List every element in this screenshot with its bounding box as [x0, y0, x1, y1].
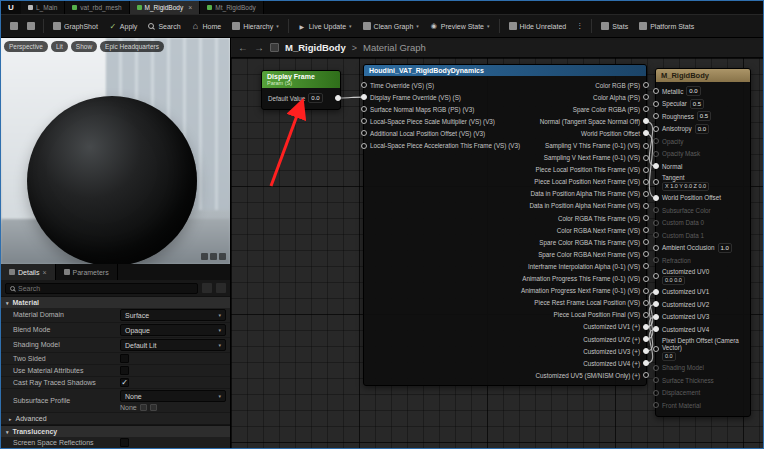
output-pin[interactable]: [643, 239, 649, 245]
value-sub-chip[interactable]: 0.0: [662, 352, 676, 361]
output-pin[interactable]: [643, 143, 649, 149]
browse-to-asset-button[interactable]: [23, 19, 39, 33]
input-pin[interactable]: [361, 94, 367, 100]
output-pin[interactable]: [643, 276, 649, 282]
advanced-expander[interactable]: ▸ Advanced: [1, 413, 230, 425]
output-pin[interactable]: [643, 106, 649, 112]
save-button[interactable]: [6, 19, 22, 33]
input-pin[interactable]: [653, 346, 659, 352]
input-pin[interactable]: [653, 113, 659, 119]
tab-details[interactable]: Details ×: [1, 264, 56, 280]
input-pin[interactable]: [653, 195, 659, 201]
input-pin[interactable]: [653, 326, 659, 332]
settings-gear-icon[interactable]: [216, 283, 226, 293]
property-dropdown[interactable]: Default Lit ▾: [120, 339, 226, 351]
input-pin[interactable]: [361, 106, 367, 112]
toolbar-button[interactable]: Preview State ▾: [425, 19, 495, 33]
value-chip[interactable]: 0.0: [686, 86, 700, 96]
close-icon[interactable]: ×: [42, 269, 46, 276]
property-checkbox[interactable]: [120, 438, 129, 447]
asset-tab[interactable]: vat_rbd_mesh ×: [65, 1, 129, 14]
output-pin[interactable]: [643, 348, 649, 354]
toolbar-button[interactable]: Home ▾: [187, 19, 227, 33]
asset-tab[interactable]: Mt_RigidBody ×: [200, 1, 263, 14]
input-pin[interactable]: [653, 314, 659, 320]
toolbar-button[interactable]: Hierarchy ▾: [227, 19, 283, 33]
output-pin[interactable]: [643, 118, 649, 124]
output-pin[interactable]: [335, 95, 341, 101]
output-pin[interactable]: [643, 179, 649, 185]
unreal-logo-icon[interactable]: U: [4, 1, 18, 14]
hide-unrelated-button[interactable]: Hide Unrelated ▾: [504, 19, 572, 33]
input-pin[interactable]: [653, 126, 659, 132]
hide-unrelated-options-button[interactable]: ⋮: [572, 19, 587, 33]
output-pin[interactable]: [643, 288, 649, 294]
input-pin[interactable]: [361, 82, 367, 88]
value-chip[interactable]: 0.0: [695, 124, 709, 134]
output-pin[interactable]: [643, 191, 649, 197]
breadcrumb-root[interactable]: M_RigidBody: [285, 42, 346, 53]
input-pin[interactable]: [361, 130, 367, 136]
value-sub-chip[interactable]: X 1.0 Y 0.0 Z 0.0: [662, 182, 709, 191]
value-sub-chip[interactable]: 0.0 0.0: [662, 276, 685, 285]
node-header[interactable]: Houdini_VAT_RigidBodyDynamics: [364, 65, 646, 76]
input-pin[interactable]: [653, 257, 659, 263]
input-pin[interactable]: [653, 88, 659, 94]
toolbar-button[interactable]: Clean Graph ▾: [358, 19, 424, 33]
input-pin[interactable]: [653, 232, 659, 238]
search-input[interactable]: Search: [5, 283, 198, 294]
toolbar-button[interactable]: Search ▾: [143, 20, 185, 33]
section-material[interactable]: ▾ Material: [1, 296, 230, 308]
material-graph-canvas[interactable]: Display Frame Param (S) Default Value 0.…: [231, 58, 763, 448]
param-value-chip[interactable]: 0.0: [308, 93, 322, 103]
input-pin[interactable]: [653, 402, 659, 408]
output-pin[interactable]: [643, 251, 649, 257]
output-pin[interactable]: [643, 82, 649, 88]
output-pin[interactable]: [643, 227, 649, 233]
viewport-icon[interactable]: [201, 253, 208, 260]
input-pin[interactable]: [653, 390, 659, 396]
close-icon[interactable]: ×: [188, 4, 192, 11]
value-chip[interactable]: 0.5: [690, 99, 704, 109]
property-checkbox[interactable]: [120, 354, 129, 363]
output-pin[interactable]: [643, 263, 649, 269]
output-pin[interactable]: [643, 167, 649, 173]
input-pin[interactable]: [653, 220, 659, 226]
node-houdini-vat-rigidbodydynamics[interactable]: Houdini_VAT_RigidBodyDynamics Time Overr…: [363, 64, 647, 386]
preview-mesh-sphere[interactable]: [27, 96, 197, 264]
viewport-option-pill[interactable]: Perspective: [4, 41, 48, 52]
toolbar-button[interactable]: Live Update ▾: [293, 19, 357, 33]
viewport-icon[interactable]: [219, 253, 226, 260]
viewport-option-pill[interactable]: Lit: [51, 41, 68, 52]
property-dropdown[interactable]: Surface ▾: [120, 309, 226, 321]
input-pin[interactable]: [653, 179, 659, 185]
property-dropdown[interactable]: Opaque ▾: [120, 324, 226, 336]
tab-parameters[interactable]: Parameters: [56, 264, 118, 280]
input-pin[interactable]: [653, 301, 659, 307]
input-pin[interactable]: [361, 143, 367, 149]
node-header[interactable]: Display Frame Param (S): [262, 71, 340, 88]
value-chip[interactable]: 1.0: [718, 243, 732, 253]
output-pin[interactable]: [643, 372, 649, 378]
input-pin[interactable]: [653, 365, 659, 371]
node-header[interactable]: M_RigidBody: [656, 69, 750, 82]
input-pin[interactable]: [653, 151, 659, 157]
node-material-result[interactable]: M_RigidBody Base Color: [655, 68, 751, 417]
input-pin[interactable]: [653, 163, 659, 169]
use-selected-icon[interactable]: [140, 404, 147, 411]
browse-icon[interactable]: [150, 404, 157, 411]
input-pin[interactable]: [653, 207, 659, 213]
output-pin[interactable]: [643, 94, 649, 100]
output-pin[interactable]: [643, 312, 649, 318]
input-pin[interactable]: [653, 377, 659, 383]
material-preview-viewport[interactable]: PerspectiveLitShowEpic Headquarters: [1, 38, 230, 264]
input-pin[interactable]: [653, 245, 659, 251]
node-display-frame-param[interactable]: Display Frame Param (S) Default Value 0.…: [261, 70, 341, 110]
viewport-option-pill[interactable]: Show: [71, 41, 97, 52]
property-checkbox[interactable]: [120, 378, 129, 387]
toolbar-button[interactable]: Platform Stats ▾: [634, 19, 699, 33]
input-pin[interactable]: [653, 138, 659, 144]
back-button[interactable]: ←: [238, 43, 248, 53]
input-pin[interactable]: [653, 289, 659, 295]
viewport-option-pill[interactable]: Epic Headquarters: [100, 41, 164, 52]
